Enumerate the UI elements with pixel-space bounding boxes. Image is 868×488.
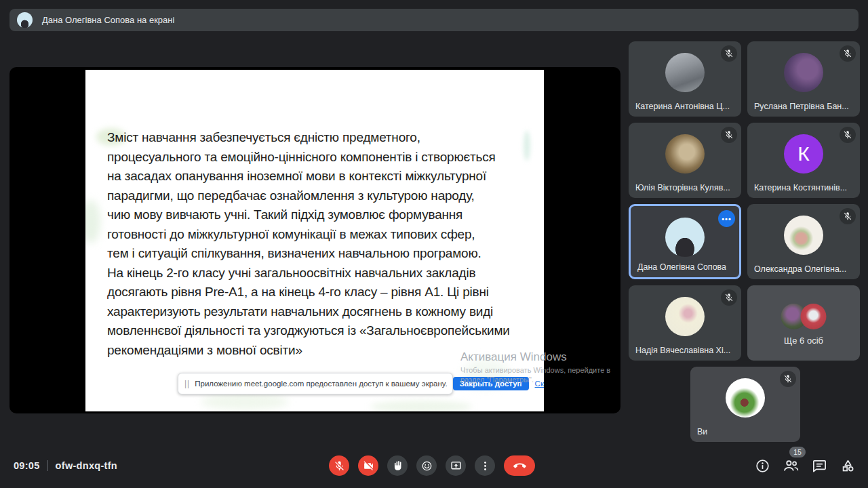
mic-off-icon <box>334 460 345 472</box>
avatar <box>665 297 705 336</box>
shared-screen-stage: Зміст навчання забезпечується єдністю пр… <box>9 67 620 413</box>
avatar <box>784 216 823 255</box>
slide-text-line: досягають рівня Pre-A1, а на кінець 4-го… <box>107 283 510 302</box>
slide-text-line: характеризують результати навчальних дос… <box>107 302 510 322</box>
avatar <box>784 53 823 92</box>
self-tile[interactable]: Ви <box>690 367 800 442</box>
drag-handle-icon: || <box>184 379 190 388</box>
stop-sharing-button: Закрыть доступ <box>453 377 529 390</box>
activities-button[interactable] <box>840 455 856 476</box>
participant-name: Дана Олегівна Сопова <box>637 262 726 272</box>
tile-more-options-button[interactable]: ••• <box>718 210 735 227</box>
slide-text-line: чию мову вивчають учні. Такий підхід зум… <box>107 205 510 225</box>
participant-tile-active-presenter[interactable]: ••• Дана Олегівна Сопова <box>629 204 741 279</box>
participant-name: Олександра Олегівна... <box>754 264 846 274</box>
participant-tile[interactable]: Надія Вячеславівна Хі... <box>629 285 741 361</box>
participant-tile[interactable]: Катерина Антонівна Ц... <box>629 41 741 117</box>
mic-muted-icon <box>840 127 856 143</box>
slide-text-line: мовленнєвої діяльності та узгоджуються і… <box>107 321 510 341</box>
mic-muted-icon <box>840 45 856 62</box>
divider <box>47 460 48 471</box>
avatar <box>665 134 705 174</box>
participant-tile[interactable]: Юлія Вікторівна Куляв... <box>629 123 741 198</box>
participant-tile[interactable]: К Катерина Костянтинів... <box>747 123 860 198</box>
end-call-icon <box>513 460 526 472</box>
avatar <box>665 218 705 257</box>
call-controls <box>329 455 535 476</box>
raise-hand-button[interactable] <box>387 455 408 476</box>
slide-text-line: процесуального та емоційно-ціннісного ко… <box>107 148 510 167</box>
slide-text-line: на засадах опанування іноземної мови в к… <box>107 167 510 186</box>
mic-muted-icon <box>780 371 796 387</box>
slide-text-line: готовності до міжкультурної комунікації … <box>107 225 510 245</box>
reactions-button[interactable] <box>416 455 437 476</box>
mic-muted-icon <box>721 289 737 306</box>
participant-name: Руслана Петрівна Бан... <box>754 102 849 111</box>
chat-icon <box>812 458 827 474</box>
camera-off-button[interactable] <box>358 455 378 476</box>
end-call-button[interactable] <box>504 455 535 476</box>
mic-muted-icon <box>721 45 737 62</box>
slide-watercolor-decoration <box>85 200 100 243</box>
chat-button[interactable] <box>811 455 828 476</box>
mic-muted-icon <box>721 127 737 143</box>
activities-icon <box>840 458 856 474</box>
presenter-avatar <box>17 12 33 28</box>
more-options-button[interactable] <box>475 455 495 476</box>
smiley-icon <box>421 460 433 472</box>
overflow-count-label: Ще 6 осіб <box>747 336 860 346</box>
participant-name: Надія Вячеславівна Хі... <box>635 346 730 355</box>
avatar <box>665 53 705 92</box>
presentation-slide: Зміст навчання забезпечується єдністю пр… <box>85 70 544 411</box>
slide-watercolor-decoration <box>524 131 530 161</box>
panel-buttons <box>754 455 856 476</box>
slide-watercolor-decoration <box>370 401 472 411</box>
overflow-participants-tile[interactable]: Ще 6 осіб <box>747 285 860 361</box>
more-vert-icon <box>479 460 491 472</box>
info-icon <box>755 458 770 474</box>
clock-time: 09:05 <box>14 460 40 471</box>
slide-text-line: парадигми, що передбачає ознайомлення з … <box>107 186 510 206</box>
meeting-code: ofw-dnxq-tfn <box>56 460 117 471</box>
participants-count-badge: 15 <box>789 447 806 458</box>
slide-watercolor-decoration <box>201 394 289 410</box>
overflow-avatars <box>781 304 827 329</box>
avatar <box>726 378 765 418</box>
slide-text-line: рекомендаціями з мовної освіти» <box>107 341 510 361</box>
people-icon <box>783 457 800 474</box>
slide-text-line: тем і ситуацій спілкування, визначених н… <box>107 244 510 264</box>
camera-off-icon <box>363 460 374 472</box>
participant-name: Ви <box>697 427 707 436</box>
present-screen-button[interactable] <box>446 455 466 476</box>
slide-body-text: Зміст навчання забезпечується єдністю пр… <box>107 128 510 360</box>
meeting-info: 09:05 ofw-dnxq-tfn <box>14 460 117 471</box>
slide-text-line: Зміст навчання забезпечується єдністю пр… <box>107 128 510 148</box>
participant-name: Катерина Костянтинів... <box>754 183 847 192</box>
mic-muted-icon <box>840 208 856 224</box>
share-notice-message: Приложению meet.google.com предоставлен … <box>195 380 447 388</box>
participant-name: Катерина Антонівна Ц... <box>635 102 730 111</box>
avatar <box>801 304 827 329</box>
mic-mute-button[interactable] <box>329 455 349 476</box>
participant-name: Юлія Вікторівна Куляв... <box>635 183 730 192</box>
present-screen-icon <box>450 460 462 472</box>
participant-tile[interactable]: Олександра Олегівна... <box>747 204 860 279</box>
meeting-details-button[interactable] <box>754 455 771 476</box>
hide-notice-link: Скрыть <box>535 380 544 388</box>
presenting-banner[interactable]: Дана Олегівна Сопова на екрані <box>9 9 859 31</box>
show-participants-button[interactable] <box>783 455 800 476</box>
avatar-initial: К <box>784 134 823 174</box>
slide-text-line: На кінець 2-го класу учні загальноосвітн… <box>107 264 510 283</box>
screen-share-notice-bar: || Приложению meet.google.com предоставл… <box>178 373 453 394</box>
presenting-banner-text: Дана Олегівна Сопова на екрані <box>42 15 174 25</box>
participant-tile[interactable]: Руслана Петрівна Бан... <box>747 41 860 117</box>
raise-hand-icon <box>392 460 403 472</box>
